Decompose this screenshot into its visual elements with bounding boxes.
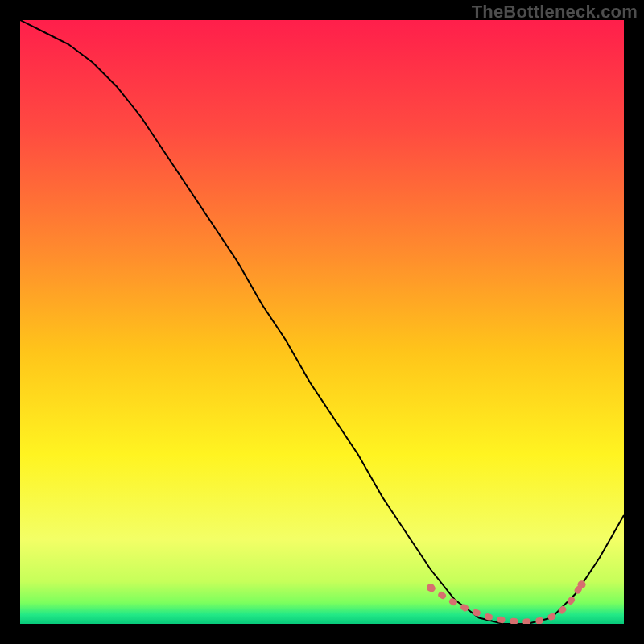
gradient-background <box>20 20 624 624</box>
svg-point-0 <box>427 584 435 592</box>
svg-point-1 <box>578 580 586 588</box>
plot-area <box>20 20 624 624</box>
watermark-text: TheBottleneck.com <box>472 2 638 23</box>
chart-frame: TheBottleneck.com <box>0 0 644 644</box>
bottleneck-chart <box>20 20 624 624</box>
